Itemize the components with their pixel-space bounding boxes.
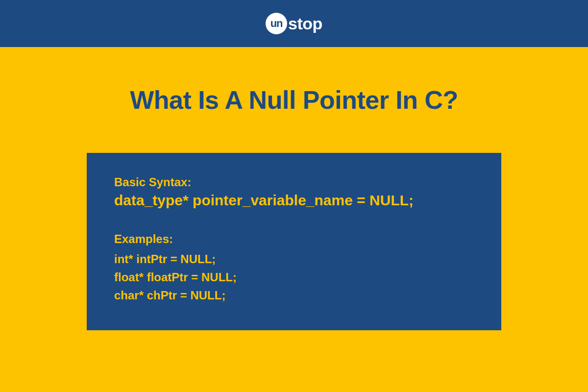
- logo-rest-text: stop: [288, 14, 322, 33]
- syntax-line: data_type* pointer_variable_name = NULL;: [114, 192, 474, 209]
- header-bar: un stop: [0, 0, 588, 47]
- page-title: What Is A Null Pointer In C?: [130, 85, 458, 115]
- example-line: char* chPtr = NULL;: [114, 286, 474, 304]
- example-line: float* floatPtr = NULL;: [114, 268, 474, 286]
- code-box: Basic Syntax: data_type* pointer_variabl…: [87, 153, 501, 330]
- content-area: What Is A Null Pointer In C? Basic Synta…: [0, 47, 588, 392]
- logo-circle-text: un: [270, 17, 283, 30]
- logo-circle: un: [266, 13, 287, 34]
- example-line: int* intPtr = NULL;: [114, 250, 474, 268]
- examples-label: Examples:: [114, 232, 474, 246]
- brand-logo: un stop: [266, 13, 322, 34]
- syntax-label: Basic Syntax:: [114, 175, 474, 189]
